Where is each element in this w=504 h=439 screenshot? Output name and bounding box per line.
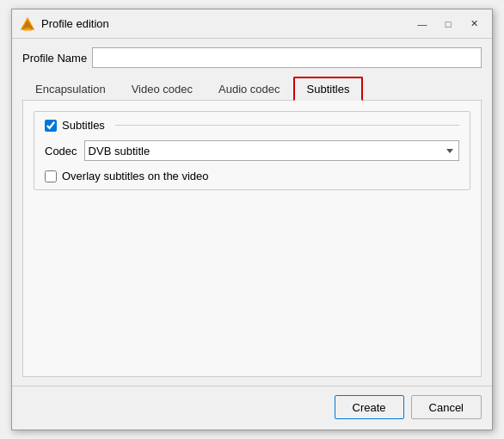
subtitles-section-label: Subtitles	[62, 119, 105, 132]
title-bar-controls: — □ ✕	[411, 15, 485, 33]
dialog-footer: Create Cancel	[12, 386, 492, 430]
profile-name-row: Profile Name	[22, 47, 482, 68]
vlc-icon	[19, 15, 36, 33]
overlay-checkbox[interactable]	[45, 170, 57, 182]
cancel-button[interactable]: Cancel	[411, 395, 482, 419]
tabs-bar: Encapsulation Video codec Audio codec Su…	[22, 77, 482, 101]
dialog-content: Profile Name Encapsulation Video codec A…	[12, 39, 492, 386]
title-bar-left: Profile edition	[19, 15, 109, 33]
svg-rect-3	[23, 28, 32, 30]
codec-label: Codec	[45, 145, 77, 158]
title-bar: Profile edition — □ ✕	[12, 9, 492, 39]
tab-audio-codec[interactable]: Audio codec	[206, 77, 293, 101]
subtitles-checkbox[interactable]	[45, 120, 57, 132]
codec-row: Codec DVB subtitle SRT SSA WEBVTT None	[45, 140, 459, 161]
section-legend: Subtitles	[45, 119, 459, 132]
close-button[interactable]: ✕	[463, 15, 485, 33]
main-window: Profile edition — □ ✕ Profile Name Encap…	[11, 9, 493, 430]
tab-encapsulation[interactable]: Encapsulation	[22, 77, 119, 101]
overlay-label: Overlay subtitles on the video	[62, 170, 209, 182]
codec-select[interactable]: DVB subtitle SRT SSA WEBVTT None	[84, 140, 459, 161]
tab-video-codec[interactable]: Video codec	[119, 77, 206, 101]
overlay-row: Overlay subtitles on the video	[45, 170, 459, 182]
tab-content-subtitles: Subtitles Codec DVB subtitle SRT SSA WEB…	[22, 101, 482, 377]
divider-line	[115, 125, 459, 126]
create-button[interactable]: Create	[335, 395, 404, 419]
profile-name-label: Profile Name	[22, 52, 87, 65]
minimize-button[interactable]: —	[411, 15, 433, 33]
tab-subtitles[interactable]: Subtitles	[293, 77, 364, 101]
subtitles-section: Subtitles Codec DVB subtitle SRT SSA WEB…	[34, 111, 470, 190]
profile-name-input[interactable]	[92, 47, 482, 68]
window-title: Profile edition	[41, 17, 109, 30]
maximize-button[interactable]: □	[437, 15, 459, 33]
